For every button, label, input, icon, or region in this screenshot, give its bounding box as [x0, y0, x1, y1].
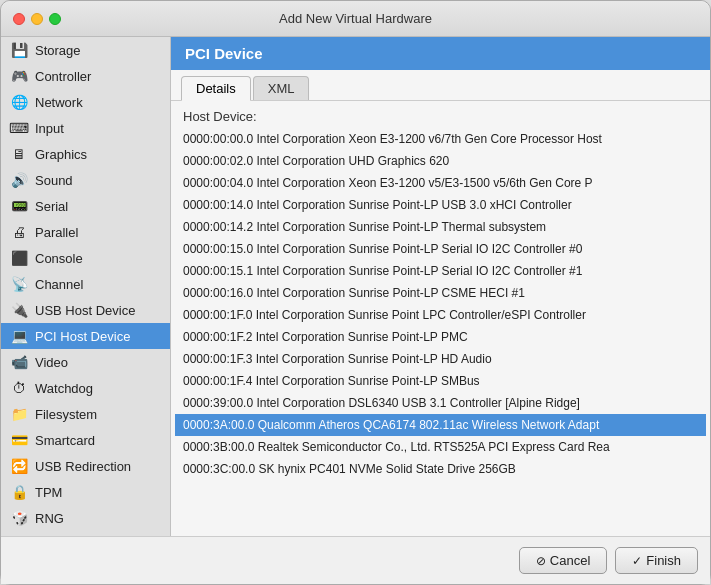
usb-redirection-icon: 🔁	[11, 458, 27, 474]
cancel-icon: ⊘	[536, 554, 546, 568]
sidebar-label-console: Console	[35, 251, 83, 266]
sidebar-item-filesystem[interactable]: 📁Filesystem	[1, 401, 170, 427]
main-panel: PCI Device DetailsXML Host Device: 0000:…	[171, 37, 710, 536]
sidebar-item-watchdog[interactable]: ⏱Watchdog	[1, 375, 170, 401]
device-item-d1[interactable]: 0000:00:00.0 Intel Corporation Xeon E3-1…	[175, 128, 706, 150]
sidebar-label-input: Input	[35, 121, 64, 136]
device-item-d15[interactable]: 0000:3B:00.0 Realtek Semiconductor Co., …	[175, 436, 706, 458]
filesystem-icon: 📁	[11, 406, 27, 422]
storage-icon: 💾	[11, 42, 27, 58]
sidebar-item-usb-redirection[interactable]: 🔁USB Redirection	[1, 453, 170, 479]
sidebar-item-pci-host-device[interactable]: 💻PCI Host Device	[1, 323, 170, 349]
content-area: 💾Storage🎮Controller🌐Network⌨Input🖥Graphi…	[1, 37, 710, 536]
sidebar-item-channel[interactable]: 📡Channel	[1, 271, 170, 297]
cancel-label: Cancel	[550, 553, 590, 568]
maximize-button[interactable]	[49, 13, 61, 25]
sidebar-item-serial[interactable]: 📟Serial	[1, 193, 170, 219]
titlebar: Add New Virtual Hardware	[1, 1, 710, 37]
input-icon: ⌨	[11, 120, 27, 136]
device-item-d10[interactable]: 0000:00:1F.2 Intel Corporation Sunrise P…	[175, 326, 706, 348]
sound-icon: 🔊	[11, 172, 27, 188]
sidebar-item-parallel[interactable]: 🖨Parallel	[1, 219, 170, 245]
device-item-d7[interactable]: 0000:00:15.1 Intel Corporation Sunrise P…	[175, 260, 706, 282]
sidebar-label-watchdog: Watchdog	[35, 381, 93, 396]
sidebar-item-network[interactable]: 🌐Network	[1, 89, 170, 115]
device-item-d13[interactable]: 0000:39:00.0 Intel Corporation DSL6340 U…	[175, 392, 706, 414]
sidebar-label-storage: Storage	[35, 43, 81, 58]
sidebar-label-parallel: Parallel	[35, 225, 78, 240]
sidebar-item-sound[interactable]: 🔊Sound	[1, 167, 170, 193]
device-item-d3[interactable]: 0000:00:04.0 Intel Corporation Xeon E3-1…	[175, 172, 706, 194]
tab-details[interactable]: Details	[181, 76, 251, 101]
channel-icon: 📡	[11, 276, 27, 292]
window-title: Add New Virtual Hardware	[279, 11, 432, 26]
tpm-icon: 🔒	[11, 484, 27, 500]
sidebar-label-pci-host-device: PCI Host Device	[35, 329, 130, 344]
sidebar-item-controller[interactable]: 🎮Controller	[1, 63, 170, 89]
sidebar-label-tpm: TPM	[35, 485, 62, 500]
usb-host-device-icon: 🔌	[11, 302, 27, 318]
sidebar-label-serial: Serial	[35, 199, 68, 214]
tabs-bar: DetailsXML	[171, 70, 710, 101]
window: Add New Virtual Hardware 💾Storage🎮Contro…	[0, 0, 711, 585]
sidebar-item-rng[interactable]: 🎲RNG	[1, 505, 170, 531]
sidebar-item-tpm[interactable]: 🔒TPM	[1, 479, 170, 505]
finish-icon: ✓	[632, 554, 642, 568]
cancel-button[interactable]: ⊘ Cancel	[519, 547, 607, 574]
sidebar-label-graphics: Graphics	[35, 147, 87, 162]
panel-header: PCI Device	[171, 37, 710, 70]
device-item-d12[interactable]: 0000:00:1F.4 Intel Corporation Sunrise P…	[175, 370, 706, 392]
rng-icon: 🎲	[11, 510, 27, 526]
finish-label: Finish	[646, 553, 681, 568]
device-item-d6[interactable]: 0000:00:15.0 Intel Corporation Sunrise P…	[175, 238, 706, 260]
watchdog-icon: ⏱	[11, 380, 27, 396]
device-item-d8[interactable]: 0000:00:16.0 Intel Corporation Sunrise P…	[175, 282, 706, 304]
console-icon: ⬛	[11, 250, 27, 266]
sidebar-item-storage[interactable]: 💾Storage	[1, 37, 170, 63]
sidebar-item-video[interactable]: 📹Video	[1, 349, 170, 375]
sidebar-item-graphics[interactable]: 🖥Graphics	[1, 141, 170, 167]
graphics-icon: 🖥	[11, 146, 27, 162]
device-item-d4[interactable]: 0000:00:14.0 Intel Corporation Sunrise P…	[175, 194, 706, 216]
device-item-d16[interactable]: 0000:3C:00.0 SK hynix PC401 NVMe Solid S…	[175, 458, 706, 480]
smartcard-icon: 💳	[11, 432, 27, 448]
device-list[interactable]: 0000:00:00.0 Intel Corporation Xeon E3-1…	[171, 128, 710, 536]
parallel-icon: 🖨	[11, 224, 27, 240]
sidebar-label-sound: Sound	[35, 173, 73, 188]
device-item-d11[interactable]: 0000:00:1F.3 Intel Corporation Sunrise P…	[175, 348, 706, 370]
tab-xml[interactable]: XML	[253, 76, 310, 100]
device-item-d2[interactable]: 0000:00:02.0 Intel Corporation UHD Graph…	[175, 150, 706, 172]
footer: ⊘ Cancel ✓ Finish	[1, 536, 710, 584]
device-item-d9[interactable]: 0000:00:1F.0 Intel Corporation Sunrise P…	[175, 304, 706, 326]
sidebar-label-smartcard: Smartcard	[35, 433, 95, 448]
sidebar-label-controller: Controller	[35, 69, 91, 84]
sidebar-label-usb-host-device: USB Host Device	[35, 303, 135, 318]
sidebar-label-video: Video	[35, 355, 68, 370]
sidebar-label-network: Network	[35, 95, 83, 110]
sidebar-item-smartcard[interactable]: 💳Smartcard	[1, 427, 170, 453]
sidebar-item-console[interactable]: ⬛Console	[1, 245, 170, 271]
sidebar-label-rng: RNG	[35, 511, 64, 526]
sidebar-label-channel: Channel	[35, 277, 83, 292]
sidebar-item-usb-host-device[interactable]: 🔌USB Host Device	[1, 297, 170, 323]
network-icon: 🌐	[11, 94, 27, 110]
host-device-label: Host Device:	[171, 101, 710, 128]
sidebar-label-usb-redirection: USB Redirection	[35, 459, 131, 474]
minimize-button[interactable]	[31, 13, 43, 25]
sidebar: 💾Storage🎮Controller🌐Network⌨Input🖥Graphi…	[1, 37, 171, 536]
sidebar-item-input[interactable]: ⌨Input	[1, 115, 170, 141]
video-icon: 📹	[11, 354, 27, 370]
serial-icon: 📟	[11, 198, 27, 214]
finish-button[interactable]: ✓ Finish	[615, 547, 698, 574]
sidebar-label-filesystem: Filesystem	[35, 407, 97, 422]
pci-host-device-icon: 💻	[11, 328, 27, 344]
traffic-lights	[13, 13, 61, 25]
device-item-d14[interactable]: 0000:3A:00.0 Qualcomm Atheros QCA6174 80…	[175, 414, 706, 436]
device-item-d5[interactable]: 0000:00:14.2 Intel Corporation Sunrise P…	[175, 216, 706, 238]
controller-icon: 🎮	[11, 68, 27, 84]
close-button[interactable]	[13, 13, 25, 25]
